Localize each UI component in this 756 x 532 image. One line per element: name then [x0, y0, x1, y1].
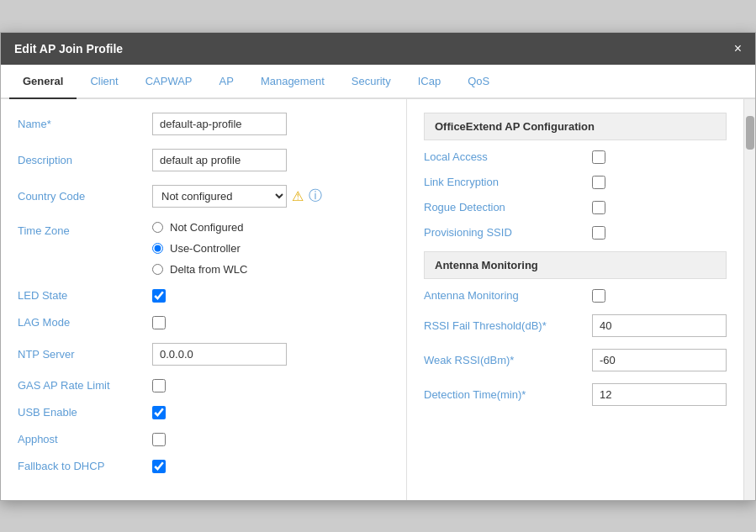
modal-title: Edit AP Join Profile	[14, 42, 123, 55]
tab-management[interactable]: Management	[247, 65, 338, 99]
weak-rssi-row: Weak RSSI(dBm)*	[424, 349, 727, 371]
rogue-detection-row: Rogue Detection	[424, 201, 727, 214]
rssi-fail-threshold-input[interactable]	[592, 314, 727, 337]
left-panel: Name* Description Country Code	[1, 99, 407, 500]
ntp-server-label: NTP Server	[18, 348, 152, 361]
gas-ap-rate-limit-checkbox[interactable]	[152, 379, 166, 392]
modal-body: General Client CAPWAP AP Management Secu…	[1, 65, 755, 500]
lag-mode-row: LAG Mode	[18, 316, 389, 329]
provisioning-ssid-checkbox[interactable]	[592, 226, 605, 240]
provisioning-ssid-label: Provisioning SSID	[424, 226, 592, 239]
antenna-monitoring-checkbox-wrapper	[592, 289, 727, 303]
rssi-fail-threshold-field-wrapper	[592, 314, 727, 337]
time-zone-row: Time Zone Not Configured Use-Controller	[18, 221, 389, 276]
country-code-label: Country Code	[18, 190, 152, 203]
gas-ap-rate-limit-row: GAS AP Rate Limit	[18, 379, 389, 392]
radio-not-configured[interactable]	[152, 222, 163, 233]
time-zone-delta-from-wlc: Delta from WLC	[152, 263, 389, 276]
description-input[interactable]	[152, 149, 287, 171]
name-row: Name*	[18, 113, 389, 135]
usb-enable-label: USB Enable	[18, 406, 152, 419]
gas-ap-rate-limit-checkbox-wrapper	[152, 379, 166, 392]
description-label: Description	[18, 154, 152, 166]
led-state-checkbox-wrapper	[152, 289, 166, 303]
apphost-row: Apphost	[18, 433, 389, 446]
scrollbar[interactable]	[743, 99, 755, 500]
link-encryption-label: Link Encryption	[424, 176, 592, 188]
gas-ap-rate-limit-label: GAS AP Rate Limit	[18, 379, 152, 392]
weak-rssi-input[interactable]	[592, 349, 727, 371]
tabs-bar: General Client CAPWAP AP Management Secu…	[1, 65, 755, 99]
country-code-field-wrapper: Not configured ⚠ ⓘ	[152, 185, 389, 208]
detection-time-field-wrapper	[592, 383, 727, 406]
rogue-detection-checkbox-wrapper	[592, 201, 727, 214]
weak-rssi-label: Weak RSSI(dBm)*	[424, 354, 592, 366]
link-encryption-checkbox-wrapper	[592, 176, 727, 189]
tab-security[interactable]: Security	[338, 65, 404, 99]
fallback-to-dhcp-checkbox-wrapper	[152, 460, 166, 473]
radio-not-configured-label: Not Configured	[170, 221, 243, 234]
usb-enable-checkbox-wrapper	[152, 406, 166, 419]
rssi-fail-threshold-row: RSSI Fail Threshold(dB)*	[424, 314, 727, 337]
country-code-select[interactable]: Not configured	[152, 185, 287, 208]
fallback-to-dhcp-label: Fallback to DHCP	[18, 460, 152, 472]
detection-time-label: Detection Time(min)*	[424, 388, 592, 401]
led-state-checkbox[interactable]	[152, 289, 166, 303]
detection-time-input[interactable]	[592, 383, 727, 406]
ntp-server-field-wrapper	[152, 343, 389, 366]
local-access-label: Local Access	[424, 150, 592, 163]
local-access-checkbox-wrapper	[592, 150, 727, 164]
scrollbar-thumb[interactable]	[746, 116, 754, 150]
apphost-checkbox[interactable]	[152, 433, 166, 446]
antenna-monitoring-row: Antenna Monitoring	[424, 289, 727, 303]
rssi-fail-threshold-label: RSSI Fail Threshold(dB)*	[424, 319, 592, 332]
detection-time-row: Detection Time(min)*	[424, 383, 727, 406]
name-input[interactable]	[152, 113, 287, 135]
tab-ap[interactable]: AP	[206, 65, 247, 99]
usb-enable-row: USB Enable	[18, 406, 389, 419]
radio-use-controller-label: Use-Controller	[170, 242, 241, 255]
antenna-monitoring-label: Antenna Monitoring	[424, 289, 592, 302]
name-field-wrapper	[152, 113, 389, 135]
office-extend-section-header: OfficeExtend AP Configuration	[424, 113, 727, 140]
antenna-monitoring-checkbox[interactable]	[592, 289, 605, 303]
tab-icap[interactable]: ICap	[404, 65, 454, 99]
description-row: Description	[18, 149, 389, 171]
close-button[interactable]: ×	[734, 41, 742, 56]
fallback-to-dhcp-checkbox[interactable]	[152, 460, 166, 473]
rogue-detection-checkbox[interactable]	[592, 201, 605, 214]
link-encryption-checkbox[interactable]	[592, 176, 605, 189]
provisioning-ssid-checkbox-wrapper	[592, 226, 727, 240]
time-zone-label: Time Zone	[18, 224, 152, 237]
apphost-checkbox-wrapper	[152, 433, 166, 446]
radio-delta-from-wlc-label: Delta from WLC	[170, 263, 247, 276]
antenna-monitoring-section-header: Antenna Monitoring	[424, 251, 727, 279]
lag-mode-label: LAG Mode	[18, 316, 152, 329]
info-icon[interactable]: ⓘ	[309, 187, 322, 205]
warning-icon: ⚠	[292, 188, 304, 204]
apphost-label: Apphost	[18, 433, 152, 445]
local-access-checkbox[interactable]	[592, 150, 605, 164]
tab-capwap[interactable]: CAPWAP	[132, 65, 206, 99]
lag-mode-checkbox[interactable]	[152, 316, 166, 329]
fallback-to-dhcp-row: Fallback to DHCP	[18, 460, 389, 473]
time-zone-use-controller: Use-Controller	[152, 242, 389, 255]
content-area: Name* Description Country Code	[1, 99, 755, 500]
link-encryption-row: Link Encryption	[424, 176, 727, 189]
radio-delta-from-wlc[interactable]	[152, 264, 163, 275]
radio-use-controller[interactable]	[152, 243, 163, 254]
time-zone-radio-group: Not Configured Use-Controller Delta from…	[152, 221, 389, 276]
led-state-label: LED State	[18, 289, 152, 302]
usb-enable-checkbox[interactable]	[152, 406, 166, 419]
tab-general[interactable]: General	[9, 65, 77, 99]
weak-rssi-field-wrapper	[592, 349, 727, 371]
ntp-server-input[interactable]	[152, 343, 287, 366]
description-field-wrapper	[152, 149, 389, 171]
tab-client[interactable]: Client	[77, 65, 131, 99]
local-access-row: Local Access	[424, 150, 727, 164]
tab-qos[interactable]: QoS	[454, 65, 503, 99]
provisioning-ssid-row: Provisioning SSID	[424, 226, 727, 240]
country-code-row: Country Code Not configured ⚠ ⓘ	[18, 185, 389, 208]
edit-ap-join-profile-modal: Edit AP Join Profile × General Client CA…	[0, 32, 756, 501]
ntp-server-row: NTP Server	[18, 343, 389, 366]
